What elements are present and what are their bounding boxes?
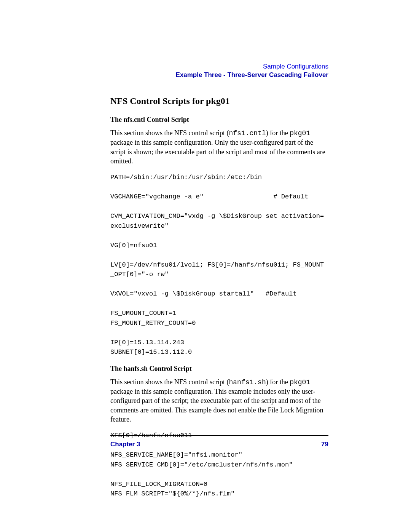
paragraph-hanfs-sh: This section shows the NFS control scrip… xyxy=(110,377,328,424)
footer-row: Chapter 3 79 xyxy=(110,441,328,448)
para-text: package in this sample configuration. Th… xyxy=(110,388,323,423)
page-footer: Chapter 3 79 xyxy=(0,427,411,448)
subheading-nfs-cntl: The nfs.cntl Control Script xyxy=(110,116,328,124)
para-text: package in this sample configuration. On… xyxy=(110,139,325,165)
page-number: 79 xyxy=(321,441,328,448)
inline-code: pkg01 xyxy=(290,379,310,386)
para-text: This section shows the NFS control scrip… xyxy=(110,378,229,386)
page-content: Sample Configurations Example Three - Th… xyxy=(0,0,411,499)
footer-divider xyxy=(110,435,328,436)
para-text: ) for the xyxy=(266,129,290,137)
code-block-nfs-cntl: PATH=/sbin:/usr/bin:/usr/sbin:/etc:/bin … xyxy=(110,173,328,357)
inline-code: pkg01 xyxy=(290,129,310,137)
page-header: Sample Configurations Example Three - Th… xyxy=(110,63,328,79)
section-title: NFS Control Scripts for pkg01 xyxy=(110,96,328,106)
para-text: This section shows the NFS control scrip… xyxy=(110,129,229,137)
chapter-label[interactable]: Chapter 3 xyxy=(110,441,140,448)
inline-code: nfs1.cntl xyxy=(229,129,266,137)
breadcrumb-section: Example Three - Three-Server Cascading F… xyxy=(110,71,328,79)
subheading-hanfs-sh: The hanfs.sh Control Script xyxy=(110,365,328,373)
paragraph-nfs-cntl: This section shows the NFS control scrip… xyxy=(110,128,328,166)
inline-code: hanfs1.sh xyxy=(229,379,266,386)
para-text: ) for the xyxy=(266,378,290,386)
breadcrumb-link[interactable]: Sample Configurations xyxy=(110,63,328,70)
